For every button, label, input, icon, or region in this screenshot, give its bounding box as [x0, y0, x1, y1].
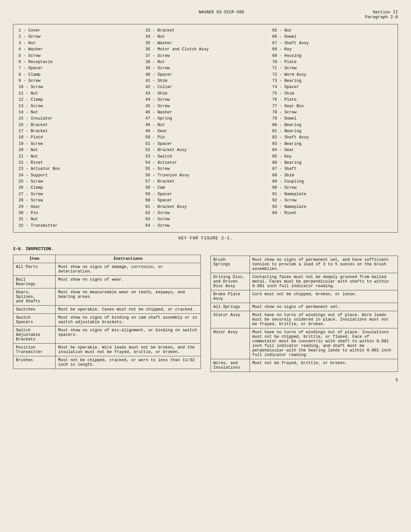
key-entry: 40 - Spacer — [145, 72, 265, 78]
item-cell: Switch Spacers — [13, 314, 56, 326]
key-col-3: 65 - Nut66 - Dowel67 - Shaft Assy68 - Ke… — [272, 28, 392, 229]
key-entry: 88 - Shim — [272, 172, 392, 179]
key-entry: 65 - Nut — [272, 28, 392, 34]
instructions-cell: Must show no signs of damage, corrosion,… — [56, 263, 201, 276]
item-cell: Position Transmitter — [13, 344, 56, 356]
key-entry: 84 - Gear — [272, 147, 392, 153]
doc-number: NAVAER 03-5CCP-505 — [199, 10, 244, 15]
key-entry: 63 - Screw — [145, 216, 265, 222]
item-cell: Brush Springs — [211, 256, 250, 273]
key-entry: 62 - Screw — [145, 210, 265, 216]
key-entry: 18 - Plate — [19, 134, 139, 141]
key-entry: 59 - Spacer — [145, 191, 265, 197]
key-entry: 67 - Shaft Assy — [272, 40, 392, 46]
key-entry: 27 - Screw — [19, 191, 139, 197]
instructions-cell: Contacting faces must not be deeply groo… — [250, 273, 398, 290]
key-entry: 87 - Shaft — [272, 166, 392, 172]
key-entry: 31 - Nut — [19, 216, 139, 222]
item-cell: Switches — [13, 306, 56, 314]
item-cell: Ball Bearings — [13, 276, 56, 288]
item-cell: Gears, Splines, and Shafts — [13, 288, 56, 306]
header-right: Section II Paragraph 2-8 — [365, 10, 398, 19]
key-entry: 79 - Dowel — [272, 116, 392, 122]
key-entry: 66 - Dowel — [272, 34, 392, 40]
key-entry: 47 - Spring — [145, 116, 265, 122]
key-entry: 20 - Nut — [19, 147, 139, 153]
key-entry: 23 - Actuator Box — [19, 166, 139, 172]
instructions-cell: Must have no turns of windings out of pl… — [250, 328, 398, 359]
key-entry: 14 - Nut — [19, 109, 139, 116]
key-entry: 80 - Bearing — [272, 122, 392, 128]
key-entry: 32 - Transmitter — [19, 223, 139, 229]
key-entry: 52 - Bracket Assy — [145, 147, 265, 153]
table-row: Brake Plate AssyCork must not be chipped… — [211, 290, 398, 303]
key-entry: 50 - Pin — [145, 134, 265, 141]
key-entry: 85 - Key — [272, 154, 392, 160]
key-entry: 74 - Spacer — [272, 84, 392, 90]
instructions-cell: Must show no signs of binding on cam sha… — [56, 314, 201, 326]
key-entry: 81 - Bearing — [272, 128, 392, 134]
item-cell: Stator Assy — [211, 311, 250, 328]
key-entry: 34 - Nut — [145, 34, 265, 40]
table-row: Switch Adjustable BracketsMust show no s… — [13, 326, 201, 344]
table-row: Position TransmitterMust be operable. Wi… — [13, 344, 201, 356]
item-cell: Wires, and Insulations — [211, 359, 250, 372]
key-entry: 56 - Trunnion Assy — [145, 172, 265, 179]
key-entry: 11 - Nut — [19, 91, 139, 97]
item-cell: Rotor Assy — [211, 328, 250, 359]
key-entry: 5 - Screw — [19, 53, 139, 59]
key-entry: 21 - Nut — [19, 154, 139, 160]
inspection-left: 2-8. INSPECTION. Item Instructions All P… — [13, 247, 201, 372]
key-entry: 8 - Clamp — [19, 72, 139, 78]
item-cell: All Springs — [211, 303, 250, 311]
key-entry: 58 - Cam — [145, 185, 265, 191]
inspection-section: 2-8. INSPECTION. Item Instructions All P… — [13, 247, 398, 372]
key-entry: 64 - Screw — [145, 223, 265, 229]
key-entry: 25 - Screw — [19, 179, 139, 185]
header-left — [13, 10, 78, 19]
item-cell: Driving Disc, and Driven Disc Assy — [211, 273, 250, 290]
key-entry: 38 - Nut — [145, 59, 265, 65]
key-entry: 17 - Bracket — [19, 128, 139, 134]
table-row: Driving Disc, and Driven Disc AssyContac… — [211, 273, 398, 290]
item-cell: All Parts — [13, 263, 56, 276]
key-entry: 9 - Screw — [19, 78, 139, 84]
key-entry: 12 - Clamp — [19, 97, 139, 103]
table-row: Rotor AssyMust have no turns of windings… — [211, 328, 398, 359]
key-entry: 28 - Screw — [19, 197, 139, 204]
key-entry: 75 - Shim — [272, 91, 392, 97]
inspection-title: 2-8. INSPECTION. — [13, 247, 201, 251]
inspection-table-right: Brush SpringsMust show no signs of perma… — [211, 256, 398, 372]
key-entry: 7 - Spacer — [19, 65, 139, 71]
key-entry: 26 - Clamp — [19, 185, 139, 191]
key-entry: 42 - Collar — [145, 84, 265, 90]
table-row: Wires, and InsulationsMust not be frayed… — [211, 359, 398, 372]
instructions-cell: Must show no signs of permanent set. — [250, 303, 398, 311]
key-entry: 13 - Screw — [19, 103, 139, 109]
item-cell: Brake Plate Assy — [211, 290, 250, 303]
header-center: NAVAER 03-5CCP-505 — [78, 10, 365, 19]
key-col-2: 33 - Bracket34 - Nut35 - Washer36 - Moto… — [145, 28, 265, 229]
key-entry: 70 - Plate — [272, 59, 392, 65]
instructions-cell: Must show no signs of wear. — [56, 276, 201, 288]
key-entry: 33 - Bracket — [145, 28, 265, 34]
key-entry: 92 - Screw — [272, 197, 392, 204]
section-label: Section II — [365, 10, 398, 15]
table-row: Switch SpacersMust show no signs of bind… — [13, 314, 201, 326]
instructions-cell: Must show no measureable wear on teeth, … — [56, 288, 201, 306]
key-entry: 51 - Spacer — [145, 141, 265, 147]
instructions-cell: Cork must not be chipped, broken, or loo… — [250, 290, 398, 303]
key-col-1: 1 - Cover2 - Screw3 - Nut4 - Washer5 - S… — [19, 28, 139, 229]
instructions-cell: Must be operable. Cases must not be chip… — [56, 306, 201, 314]
key-entry: 30 - Pin — [19, 210, 139, 216]
key-entry: 44 - Screw — [145, 97, 265, 103]
key-entry: 57 - Bracket — [145, 179, 265, 185]
key-entry: 3 - Nut — [19, 40, 139, 46]
key-entry: 39 - Screw — [145, 65, 265, 71]
instructions-cell: Must not be chipped, cracked, or worn to… — [56, 356, 201, 369]
key-entry: 83 - Bearing — [272, 141, 392, 147]
key-entry: 71 - Screw — [272, 65, 392, 71]
key-entry: 48 - Nut — [145, 122, 265, 128]
page-header: NAVAER 03-5CCP-505 Section II Paragraph … — [13, 10, 398, 19]
key-entry: 22 - Rivet — [19, 160, 139, 166]
